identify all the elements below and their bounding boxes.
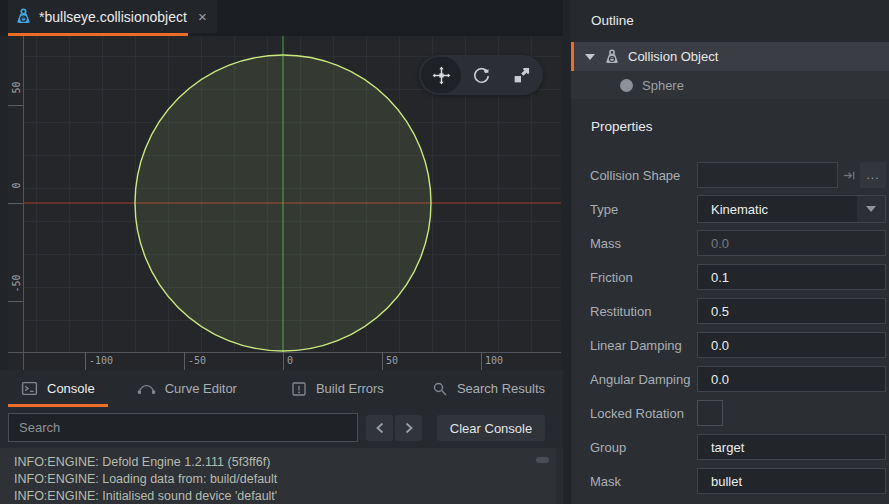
- tab-build-errors[interactable]: Build Errors: [278, 370, 397, 407]
- search-next-button[interactable]: [395, 415, 422, 441]
- chevron-left-icon: [375, 422, 385, 434]
- property-row-friction: Friction: [571, 260, 889, 294]
- angular-damping-field[interactable]: [697, 366, 886, 392]
- outline-item-collision-object[interactable]: Collision Object: [571, 42, 889, 71]
- x-tick-label: -50: [188, 355, 206, 366]
- scene-viewport[interactable]: -100 -50 0 50 100 50 0 -50: [8, 36, 561, 370]
- tab-console-label: Console: [47, 381, 95, 396]
- inspector-panel: Outline Collision Object Sphere Properti…: [571, 0, 889, 504]
- property-label: Mass: [571, 236, 697, 251]
- selection-accent-bar: [571, 42, 574, 71]
- tab-curve-editor[interactable]: Curve Editor: [124, 370, 250, 407]
- chevron-right-icon: [404, 422, 414, 434]
- log-line: INFO:ENGINE: Defold Engine 1.2.111 (5f3f…: [0, 454, 563, 471]
- x-tick-label: 100: [485, 355, 503, 366]
- search-prev-button[interactable]: [366, 415, 393, 441]
- outline-item-label: Sphere: [642, 78, 684, 93]
- y-tick: [8, 301, 23, 302]
- linear-damping-field[interactable]: [697, 332, 886, 358]
- console-search-input[interactable]: [8, 413, 358, 442]
- friction-field[interactable]: [697, 264, 886, 290]
- property-label: Angular Damping: [571, 372, 697, 387]
- collision-shape-field[interactable]: [697, 162, 838, 188]
- property-row-type: Type Kinematic: [571, 192, 889, 226]
- rotate-tool-button[interactable]: [461, 57, 501, 93]
- x-tick-label: -100: [89, 355, 113, 366]
- property-row-angular-damping: Angular Damping: [571, 362, 889, 396]
- y-tick-label: -50: [11, 269, 22, 299]
- y-tick: [8, 105, 23, 106]
- open-resource-icon[interactable]: [838, 169, 860, 182]
- editor-tab-bar: *bullseye.collisionobject ×: [0, 0, 563, 36]
- mass-field: [697, 230, 886, 256]
- tab-build-errors-label: Build Errors: [316, 381, 384, 396]
- x-tick-label: 0: [287, 355, 293, 366]
- collision-object-icon: [604, 49, 620, 65]
- x-tick: [481, 352, 482, 370]
- tab-search-results-label: Search Results: [457, 381, 545, 396]
- error-icon: [291, 381, 307, 397]
- tab-console[interactable]: Console: [8, 370, 108, 407]
- x-tick-label: 50: [386, 355, 398, 366]
- tab-search-results[interactable]: Search Results: [419, 370, 558, 407]
- terminal-icon: [21, 380, 38, 397]
- collision-object-icon: [15, 8, 32, 25]
- move-icon: [432, 66, 451, 85]
- sphere-icon: [620, 79, 633, 92]
- x-tick: [382, 352, 383, 370]
- restitution-field[interactable]: [697, 298, 886, 324]
- property-label: Locked Rotation: [571, 406, 697, 421]
- type-dropdown[interactable]: Kinematic: [697, 195, 886, 223]
- chevron-down-icon: [866, 206, 876, 212]
- sphere-collision-shape[interactable]: [135, 55, 431, 351]
- move-tool-button[interactable]: [421, 57, 461, 93]
- tab-close-icon[interactable]: ×: [198, 8, 207, 25]
- log-line: INFO:ENGINE: Initialised sound device 'd…: [0, 488, 563, 504]
- x-tick: [184, 352, 185, 370]
- property-row-collision-shape: Collision Shape ...: [571, 158, 889, 192]
- property-row-restitution: Restitution: [571, 294, 889, 328]
- rotate-icon: [472, 66, 491, 85]
- dropdown-button[interactable]: [857, 196, 885, 222]
- y-tick-label: 0: [11, 171, 22, 201]
- y-tick-label: 50: [11, 73, 22, 103]
- group-field[interactable]: [697, 434, 886, 460]
- browse-button[interactable]: ...: [860, 162, 886, 188]
- properties-form: Collision Shape ... Type Kinematic: [571, 158, 889, 498]
- outline-section: Outline: [571, 0, 889, 42]
- locked-rotation-checkbox[interactable]: [697, 400, 723, 426]
- console-scrollbar-thumb[interactable]: [536, 457, 549, 463]
- property-label: Mask: [571, 474, 697, 489]
- y-tick: [8, 203, 23, 204]
- outline-header: Outline: [591, 13, 634, 28]
- property-row-mass: Mass: [571, 226, 889, 260]
- outline-item-sphere[interactable]: Sphere: [571, 71, 889, 99]
- clear-console-button[interactable]: Clear Console: [437, 415, 545, 441]
- property-label: Group: [571, 440, 697, 455]
- chevron-down-icon[interactable]: [585, 54, 595, 60]
- property-label: Friction: [571, 270, 697, 285]
- property-label: Collision Shape: [571, 168, 697, 183]
- properties-header: Properties: [591, 119, 653, 134]
- x-tick: [85, 352, 86, 370]
- property-row-group: Group: [571, 430, 889, 464]
- property-row-mask: Mask: [571, 464, 889, 498]
- scale-icon: [512, 66, 531, 85]
- property-row-linear-damping: Linear Damping: [571, 328, 889, 362]
- scale-tool-button[interactable]: [501, 57, 541, 93]
- ruler-border-horizontal: [8, 352, 561, 353]
- console-scrollbar-track: [556, 448, 563, 504]
- search-icon: [432, 381, 448, 397]
- bottom-panel-tabs: Console Curve Editor Build Errors: [0, 370, 563, 407]
- transform-toolbar: [419, 55, 543, 95]
- tab-curve-editor-label: Curve Editor: [165, 381, 237, 396]
- type-dropdown-value: Kinematic: [698, 202, 857, 217]
- outline-item-label: Collision Object: [628, 49, 718, 64]
- mask-field[interactable]: [697, 468, 886, 494]
- x-tick: [283, 352, 284, 370]
- tab-bullseye-collisionobject[interactable]: *bullseye.collisionobject ×: [8, 0, 217, 33]
- property-row-locked-rotation: Locked Rotation: [571, 396, 889, 430]
- console-output[interactable]: INFO:ENGINE: Defold Engine 1.2.111 (5f3f…: [0, 448, 563, 504]
- property-label: Restitution: [571, 304, 697, 319]
- bottom-panel: Console Curve Editor Build Errors: [0, 370, 563, 504]
